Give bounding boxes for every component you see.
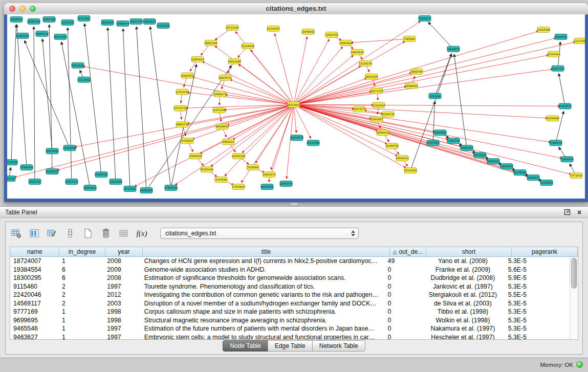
- network-canvas[interactable]: 1872400715722326180021841285491416001572…: [7, 14, 585, 199]
- close-panel-icon[interactable]: ×: [576, 209, 583, 216]
- graph-node[interactable]: 14194533: [558, 103, 571, 109]
- graph-node[interactable]: 18614093: [101, 19, 114, 25]
- graph-node[interactable]: 15034174: [263, 172, 275, 178]
- graph-node[interactable]: 19843614: [143, 18, 156, 24]
- graph-node[interactable]: 12850271: [213, 91, 226, 97]
- graph-node[interactable]: 11015408: [537, 27, 550, 32]
- graph-node[interactable]: 9855420: [7, 176, 15, 182]
- graph-node[interactable]: 16549212: [396, 156, 408, 161]
- graph-node[interactable]: 12010303: [109, 179, 122, 185]
- column-header-out-degree[interactable]: △out_de...: [390, 247, 426, 256]
- graph-node[interactable]: 9724540: [215, 177, 227, 183]
- graph-node[interactable]: 16927411: [551, 65, 564, 71]
- graph-node[interactable]: 17594340: [164, 185, 177, 191]
- graph-node[interactable]: 16949910: [301, 29, 314, 34]
- graph-node[interactable]: 16961099: [339, 40, 352, 46]
- graph-node[interactable]: 18777147: [370, 88, 383, 94]
- graph-node[interactable]: 12854914: [191, 56, 204, 62]
- graph-node[interactable]: 16155209: [232, 154, 245, 159]
- graph-node[interactable]: 10639534: [215, 124, 228, 129]
- table-scrollbar[interactable]: [570, 257, 578, 339]
- graph-node[interactable]: 19245033: [540, 180, 553, 186]
- graph-node[interactable]: 9509745: [29, 179, 41, 185]
- graph-node[interactable]: 15251449: [200, 167, 213, 172]
- graph-node[interactable]: 16767853: [426, 140, 439, 146]
- table-row[interactable]: 977716911998Corpus callosum shape and si…: [10, 308, 570, 316]
- network-window-titlebar[interactable]: citations_edges.txt: [4, 3, 588, 15]
- graph-node[interactable]: 19648272: [447, 46, 460, 52]
- rows-icon[interactable]: [63, 227, 77, 239]
- graph-node[interactable]: 16526155: [365, 74, 378, 79]
- graph-node[interactable]: 9738204: [181, 138, 193, 144]
- function-builder-icon[interactable]: f(x): [135, 227, 148, 239]
- graph-node[interactable]: 10905344: [116, 20, 129, 26]
- table-row[interactable]: 969969511998Structural magnetic resonanc…: [10, 316, 570, 325]
- table-row[interactable]: 2242004622012Investigating the contribut…: [10, 291, 570, 299]
- graph-node[interactable]: 20733594: [54, 34, 67, 39]
- graph-node[interactable]: 6772662: [124, 186, 136, 192]
- tab-network-table[interactable]: Network Table: [312, 340, 365, 352]
- graph-node[interactable]: 12217097: [574, 38, 585, 43]
- graph-node[interactable]: 19534575: [290, 135, 303, 141]
- graph-node[interactable]: 12575725: [61, 19, 74, 25]
- graph-node[interactable]: 14614100: [228, 58, 241, 64]
- graph-node[interactable]: 18455442: [260, 184, 273, 190]
- tab-edge-table[interactable]: Edge Table: [268, 340, 313, 352]
- tab-node-table[interactable]: Node Table: [223, 340, 268, 352]
- graph-node[interactable]: 19245092: [473, 152, 486, 158]
- new-column-icon[interactable]: [81, 227, 95, 239]
- graph-node[interactable]: 9509452: [555, 34, 567, 39]
- graph-node[interactable]: 15722326: [226, 25, 238, 30]
- table-settings-icon[interactable]: [10, 227, 23, 239]
- graph-node[interactable]: 18569432: [376, 130, 389, 136]
- column-header-title[interactable]: title: [143, 247, 390, 256]
- graph-node[interactable]: 16104715: [381, 112, 394, 117]
- graph-node[interactable]: 20063032: [83, 185, 96, 191]
- graph-node[interactable]: 17854544: [189, 154, 202, 159]
- graph-node[interactable]: 18385739: [27, 18, 40, 24]
- memory-status[interactable]: Memory: OK: [540, 361, 583, 368]
- graph-node[interactable]: 7485083: [403, 36, 416, 41]
- graph-node[interactable]: 15821740: [129, 18, 142, 24]
- graph-node[interactable]: 19648294: [487, 159, 499, 164]
- graph-node[interactable]: 16927422: [65, 179, 78, 185]
- column-header-name[interactable]: name: [10, 247, 59, 256]
- column-header-year[interactable]: year: [105, 247, 143, 256]
- graph-node[interactable]: 9151040: [429, 93, 441, 99]
- graph-node[interactable]: 13220170: [359, 60, 372, 66]
- graph-node[interactable]: 18724007: [287, 102, 300, 107]
- graph-node[interactable]: 18975741: [219, 75, 231, 80]
- table-row[interactable]: 1830029562008Estimation of significance …: [10, 274, 570, 282]
- graph-node[interactable]: 12724712: [173, 105, 186, 111]
- graph-node[interactable]: 9247266: [78, 15, 90, 21]
- graph-node[interactable]: 7925604: [247, 165, 259, 170]
- graph-node[interactable]: 16516339: [7, 160, 18, 165]
- column-header-short[interactable]: short: [426, 247, 512, 256]
- delete-table-icon[interactable]: [117, 227, 130, 239]
- scrollbar-thumb[interactable]: [571, 258, 577, 289]
- graph-node[interactable]: 18694645: [500, 164, 513, 169]
- table-row[interactable]: 1872400712008Changes of HCN gene express…: [10, 257, 570, 266]
- graph-node[interactable]: 12671320: [212, 107, 225, 113]
- graph-node[interactable]: 16846694: [433, 130, 446, 136]
- column-header-in-degree[interactable]: in_degree: [59, 247, 105, 256]
- graph-node[interactable]: 15155950: [46, 148, 58, 154]
- column-header-pagerank[interactable]: pagerank: [512, 247, 578, 256]
- edit-table-icon[interactable]: [46, 227, 59, 239]
- graph-node[interactable]: 22041957: [370, 117, 383, 122]
- graph-node[interactable]: 11567039: [42, 16, 55, 22]
- graph-node[interactable]: 15134459: [307, 140, 319, 146]
- graph-node[interactable]: 12220538: [241, 43, 254, 49]
- graph-node[interactable]: 12482160: [16, 33, 29, 38]
- graph-node[interactable]: 14595443: [20, 165, 33, 170]
- graph-node[interactable]: 20533032: [71, 62, 84, 68]
- graph-node[interactable]: 15495759: [385, 143, 398, 149]
- citation-network-graph[interactable]: 1872400715722326180021841285491416001572…: [7, 14, 585, 199]
- graph-node[interactable]: 9506544: [10, 16, 23, 22]
- graph-node[interactable]: 11549680: [546, 116, 559, 121]
- graph-node[interactable]: 9892014: [222, 139, 234, 145]
- graph-node[interactable]: 25260650: [63, 145, 76, 151]
- graph-node[interactable]: 12216107: [372, 102, 385, 108]
- table-row[interactable]: 1456911722003Disruption of a novel membe…: [10, 299, 570, 308]
- graph-node[interactable]: 17919794: [447, 138, 460, 144]
